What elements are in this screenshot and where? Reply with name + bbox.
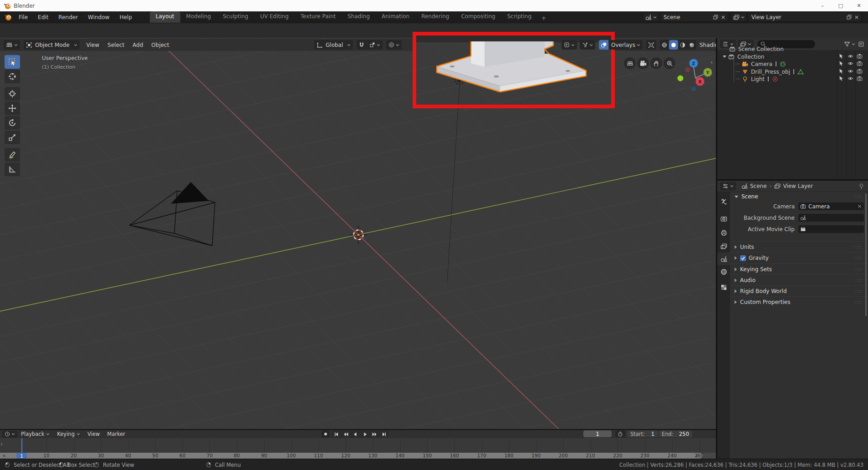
previous-keyframe-button[interactable]	[341, 430, 351, 438]
shading-dropdown[interactable]: Shading	[697, 40, 716, 50]
play-button[interactable]	[360, 430, 370, 438]
menu-help[interactable]: Help	[114, 11, 137, 23]
auto-keying-button[interactable]	[322, 430, 330, 438]
panel-keying-sets[interactable]: Keying Sets::::	[730, 263, 868, 275]
menu-render[interactable]: Render	[53, 11, 83, 23]
timeline-menu-keying[interactable]: Keying	[53, 430, 84, 438]
properties-tab-world[interactable]	[717, 265, 730, 278]
end-frame-field[interactable]: End: 250	[659, 430, 692, 437]
field-background-scene[interactable]	[798, 214, 864, 222]
properties-tab-render[interactable]	[717, 212, 730, 225]
panel-units[interactable]: Units::::	[730, 241, 868, 253]
outliner-row-drill-press-obj[interactable]: Drill_Press_obj	[717, 68, 868, 76]
panel-grip[interactable]: ::::	[855, 256, 863, 260]
overlays-toggle-button[interactable]	[599, 40, 608, 50]
panel-grip[interactable]: ::::	[855, 267, 863, 272]
panel-custom-properties[interactable]: Custom Properties::::	[730, 296, 868, 308]
tab-animation[interactable]: Animation	[376, 11, 415, 23]
panel-grip[interactable]: ::::	[855, 300, 863, 304]
outliner-row-camera[interactable]: Camera	[717, 60, 868, 68]
minimize-button[interactable]: –	[813, 0, 832, 11]
render-toggle[interactable]	[857, 76, 863, 81]
properties-scrollbar[interactable]	[865, 193, 867, 316]
timeline-menu-view[interactable]: View	[84, 430, 103, 438]
menu-edit[interactable]: Edit	[33, 11, 53, 23]
outliner-row-light[interactable]: Light	[717, 75, 868, 83]
visibility-toggle[interactable]	[848, 76, 853, 81]
select-toggle[interactable]	[838, 53, 844, 59]
outliner-row-collection[interactable]: Collection	[717, 53, 868, 61]
tab-shading[interactable]: Shading	[342, 11, 376, 23]
jump-to-start-button[interactable]	[332, 430, 341, 438]
timeline-editor-type-dropdown[interactable]	[2, 431, 17, 438]
shading-material-button[interactable]	[678, 40, 687, 50]
scene-panel-header[interactable]: Scene ::::	[730, 192, 868, 202]
render-toggle[interactable]	[857, 68, 863, 74]
tab-modeling[interactable]: Modeling	[180, 11, 217, 23]
panel-grip[interactable]: ::::	[855, 289, 863, 293]
gravity-checkbox[interactable]	[740, 255, 746, 261]
render-toggle[interactable]	[857, 53, 863, 59]
duplicate-icon[interactable]	[713, 14, 719, 20]
panel-grip[interactable]: ::::	[855, 194, 863, 199]
close-button[interactable]: ✕	[850, 0, 868, 11]
blender-menu-icon[interactable]	[4, 13, 12, 21]
field-active-movie-clip[interactable]	[798, 225, 864, 233]
breadcrumb-scene[interactable]: Scene	[750, 183, 767, 189]
scene-icon-dropdown[interactable]	[643, 12, 659, 22]
properties-tab-output[interactable]	[717, 226, 730, 239]
visibility-dropdown[interactable]	[580, 40, 595, 50]
visibility-toggle[interactable]	[848, 61, 853, 66]
properties-tab-view-layer[interactable]	[717, 240, 730, 253]
tab-texture-paint[interactable]: Texture Paint	[295, 11, 342, 23]
tab-sculpting[interactable]: Sculpting	[217, 11, 254, 23]
play-reverse-button[interactable]	[351, 430, 360, 438]
add-workspace-button[interactable]: +	[537, 14, 550, 23]
breadcrumb-view-layer[interactable]: View Layer	[783, 183, 813, 189]
panel-audio[interactable]: Audio::::	[730, 274, 868, 286]
current-frame-field[interactable]: 1	[583, 430, 612, 437]
use-preview-range-button[interactable]	[615, 430, 625, 437]
render-toggle[interactable]	[857, 61, 863, 66]
shading-solid-button[interactable]	[669, 40, 678, 50]
panel-gravity[interactable]: Gravity::::	[730, 252, 868, 263]
view-layer-icon-dropdown[interactable]	[731, 12, 747, 22]
scene-name-field[interactable]: Scene	[660, 12, 728, 22]
tab-layout[interactable]: Layout	[150, 11, 180, 23]
start-frame-field[interactable]: Start: 1	[627, 430, 658, 437]
tab-scripting[interactable]: Scripting	[501, 11, 537, 23]
field-camera[interactable]: Camera	[798, 202, 864, 210]
shading-wireframe-button[interactable]	[660, 40, 669, 50]
panel-grip[interactable]: ::::	[855, 278, 863, 283]
timeline-region-chevron[interactable]: ›	[0, 441, 3, 447]
overlays-dropdown[interactable]: Overlays	[609, 40, 643, 50]
close-icon[interactable]	[854, 15, 859, 20]
select-toggle[interactable]	[838, 68, 844, 74]
visibility-toggle[interactable]	[848, 68, 853, 74]
tab-uv-editing[interactable]: UV Editing	[254, 11, 295, 23]
properties-tab-tool[interactable]	[717, 195, 730, 208]
timeline-ruler-scrollbar[interactable]: 1020304050607080901001101201301401501601…	[0, 453, 703, 459]
properties-tab-texture[interactable]	[717, 281, 730, 293]
properties-tab-scene[interactable]	[717, 253, 730, 265]
properties-editor-type-dropdown[interactable]	[720, 182, 736, 191]
object-types-visibility-dropdown[interactable]	[562, 40, 577, 50]
maximize-button[interactable]: □	[832, 0, 850, 11]
panel-rigid-body-world[interactable]: Rigid Body World::::	[730, 285, 868, 297]
tab-rendering[interactable]: Rendering	[415, 11, 455, 23]
gizmos-toggle-button[interactable]	[646, 40, 656, 50]
view-layer-name-field[interactable]: View Layer	[748, 12, 862, 22]
outliner-row-scene-collection[interactable]: Scene Collection	[717, 45, 868, 53]
menu-window[interactable]: Window	[83, 11, 114, 23]
expand-triangle-icon[interactable]	[723, 56, 726, 58]
select-toggle[interactable]	[838, 76, 844, 81]
playhead-frame-label[interactable]: 1	[16, 453, 27, 459]
timeline-menu-marker[interactable]: Marker	[103, 430, 129, 438]
menu-file[interactable]: File	[14, 11, 33, 23]
next-keyframe-button[interactable]	[370, 430, 379, 438]
playhead[interactable]	[21, 438, 22, 453]
select-toggle[interactable]	[838, 61, 844, 66]
duplicate-icon[interactable]	[846, 14, 852, 20]
shading-rendered-button[interactable]	[687, 40, 696, 50]
panel-grip[interactable]: ::::	[855, 245, 863, 249]
